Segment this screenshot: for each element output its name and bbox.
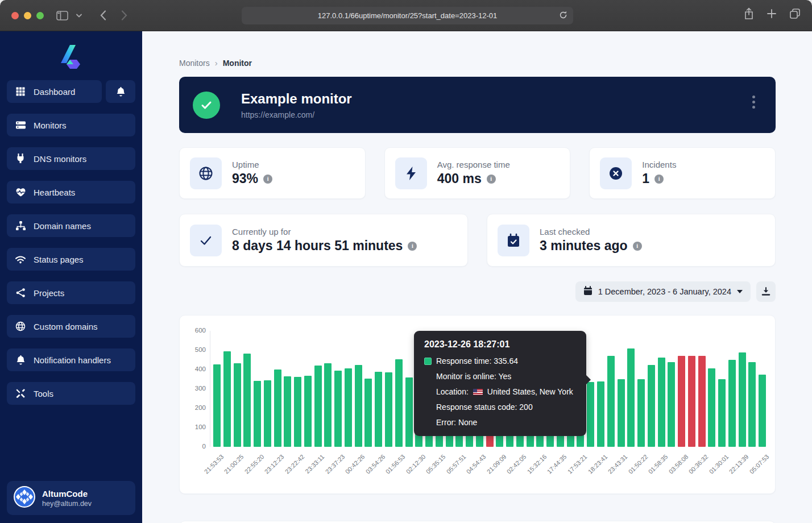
response-time-card: Avg. response time 400 ms i bbox=[384, 147, 571, 199]
zoom-window-button[interactable] bbox=[36, 12, 44, 19]
server-icon bbox=[15, 120, 26, 130]
sidebar-toggle-icon[interactable] bbox=[56, 11, 68, 20]
chart-bar-up[interactable] bbox=[213, 364, 221, 447]
tooltip-response-time: Response time: 335.64 bbox=[436, 356, 518, 366]
sidebar-item-custom-domains[interactable]: Custom domains bbox=[7, 315, 135, 338]
tooltip-location: United States, New York bbox=[487, 387, 573, 396]
chart-bar-up[interactable] bbox=[728, 360, 736, 447]
chart-bar-up[interactable] bbox=[223, 351, 231, 447]
sidebar-item-label: Domain names bbox=[34, 221, 91, 231]
tooltip-online: Monitor is online: Yes bbox=[424, 372, 576, 381]
y-axis-tick: 100 bbox=[188, 424, 206, 430]
chart-bar-up[interactable] bbox=[597, 381, 604, 447]
share-icon[interactable] bbox=[744, 7, 754, 20]
info-icon[interactable]: i bbox=[408, 242, 417, 251]
status-up-icon bbox=[193, 92, 220, 119]
chart-bar-up[interactable] bbox=[718, 379, 726, 447]
chart-bar-up[interactable] bbox=[395, 359, 403, 447]
back-button[interactable] bbox=[100, 10, 106, 20]
chart-bar-up[interactable] bbox=[748, 362, 756, 447]
x-axis-label: 02:42:05 bbox=[506, 453, 528, 475]
chart-bar-up[interactable] bbox=[405, 377, 413, 447]
chart-bar-up[interactable] bbox=[234, 363, 241, 447]
chart-bar-up[interactable] bbox=[627, 348, 635, 447]
x-axis-label: 23:37:23 bbox=[324, 453, 346, 475]
notifications-bell-button[interactable] bbox=[106, 80, 135, 103]
x-axis-label: 18:23:41 bbox=[587, 453, 609, 475]
tooltip-location-prefix: Location: bbox=[436, 387, 469, 396]
chart-bar-up[interactable] bbox=[759, 375, 766, 447]
chart-bar-up[interactable] bbox=[314, 366, 322, 447]
chart-bar-up[interactable] bbox=[739, 352, 746, 447]
x-axis-label: 03:54:26 bbox=[364, 453, 387, 475]
tooltip-error: Error: None bbox=[424, 418, 576, 427]
chart-bar-up[interactable] bbox=[618, 379, 625, 447]
sidebar-item-projects[interactable]: Projects bbox=[7, 281, 135, 304]
chart-bar-up[interactable] bbox=[364, 379, 372, 447]
info-icon[interactable]: i bbox=[633, 242, 642, 251]
sidebar-item-notification-handlers[interactable]: Notification handlers bbox=[7, 348, 135, 371]
sidebar-item-status-pages[interactable]: Status pages bbox=[7, 248, 135, 271]
sidebar-item-heartbeats[interactable]: Heartbeats bbox=[7, 181, 135, 204]
currently-up-card: Currently up for 8 days 14 hours 51 minu… bbox=[179, 214, 468, 267]
chart-bar-up[interactable] bbox=[607, 356, 615, 447]
chart-bar-up[interactable] bbox=[243, 354, 251, 447]
tooltip-timestamp: 2023-12-26 18:27:01 bbox=[424, 339, 576, 350]
chart-bar-up[interactable] bbox=[264, 380, 271, 447]
sidebar-item-tools[interactable]: Tools bbox=[7, 382, 135, 405]
chart-bar-up[interactable] bbox=[375, 372, 382, 447]
sidebar-item-label: DNS monitors bbox=[34, 154, 86, 164]
chart-bar-up[interactable] bbox=[274, 370, 281, 447]
info-icon[interactable]: i bbox=[654, 175, 664, 184]
sidebar-item-dashboard[interactable]: Dashboard bbox=[7, 80, 102, 103]
chart-bar-up[interactable] bbox=[304, 376, 312, 447]
forward-button[interactable] bbox=[121, 10, 127, 20]
chart-bar-up[interactable] bbox=[345, 368, 352, 447]
sidebar-item-monitors[interactable]: Monitors bbox=[7, 114, 135, 136]
sidebar-item-domain-names[interactable]: Domain names bbox=[7, 214, 135, 237]
stat-label: Incidents bbox=[642, 160, 676, 169]
info-icon[interactable]: i bbox=[487, 175, 496, 184]
chart-bar-down[interactable] bbox=[698, 356, 706, 447]
app-logo[interactable] bbox=[7, 39, 135, 80]
date-range-picker[interactable]: 1 December, 2023 - 6 January, 2024 bbox=[575, 281, 751, 302]
x-axis-label: 17:53:21 bbox=[566, 453, 589, 475]
chart-bar-up[interactable] bbox=[254, 381, 261, 447]
minimize-window-button[interactable] bbox=[24, 12, 31, 19]
chart-bar-up[interactable] bbox=[355, 365, 362, 447]
stat-value: 400 ms bbox=[437, 171, 482, 186]
chart-bar-up[interactable] bbox=[284, 376, 291, 447]
info-icon[interactable]: i bbox=[263, 175, 272, 184]
monitor-menu-button[interactable] bbox=[752, 96, 755, 109]
sidebar-item-dns-monitors[interactable]: DNS monitors bbox=[7, 147, 135, 170]
download-report-button[interactable] bbox=[756, 281, 776, 302]
monitor-url: https://example.com/ bbox=[241, 110, 352, 119]
tab-overview-icon[interactable] bbox=[789, 8, 801, 19]
stat-value: 93% bbox=[232, 171, 258, 186]
new-tab-icon[interactable] bbox=[767, 9, 776, 18]
globe-icon bbox=[190, 157, 222, 189]
chart-bar-up[interactable] bbox=[668, 362, 675, 447]
close-window-button[interactable] bbox=[11, 12, 19, 19]
breadcrumb-monitors-link[interactable]: Monitors bbox=[179, 59, 210, 68]
chart-bar-down[interactable] bbox=[688, 356, 695, 447]
chart-bar-up[interactable] bbox=[637, 379, 645, 447]
x-axis-label: 02:12:30 bbox=[405, 453, 427, 475]
address-bar[interactable]: 127.0.0.1/66uptime/monitor/25?start_date… bbox=[242, 7, 573, 24]
calendar-check-icon bbox=[498, 225, 529, 256]
chart-bar-down[interactable] bbox=[678, 356, 685, 447]
chart-bar-up[interactable] bbox=[708, 368, 715, 447]
reload-icon[interactable] bbox=[558, 10, 568, 20]
chart-bar-up[interactable] bbox=[587, 382, 594, 447]
chart-bar-up[interactable] bbox=[294, 377, 301, 447]
chevron-down-icon[interactable] bbox=[76, 14, 82, 18]
chart-bar-up[interactable] bbox=[658, 358, 665, 447]
chart-bar-up[interactable] bbox=[334, 371, 342, 447]
chart-bar-up[interactable] bbox=[324, 363, 332, 447]
user-account-card[interactable]: AltumCode hey@altum.dev bbox=[7, 481, 135, 515]
chart-bar-up[interactable] bbox=[385, 372, 392, 447]
user-email: hey@altum.dev bbox=[42, 500, 92, 508]
x-axis-label: 23:22:42 bbox=[284, 453, 306, 475]
x-axis-label: 15:32:16 bbox=[526, 453, 548, 475]
chart-bar-up[interactable] bbox=[648, 365, 655, 447]
